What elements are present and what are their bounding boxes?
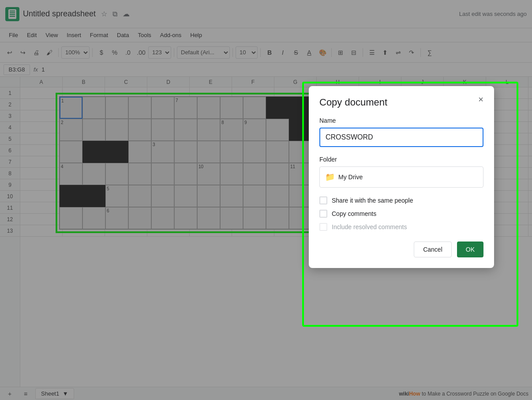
sheets-container: Untitled spreadsheet ☆ ⧉ ☁ Last edit was…	[0, 0, 532, 400]
folder-selector[interactable]: 📁 My Drive	[319, 166, 483, 188]
include-resolved-checkbox[interactable]	[319, 223, 327, 231]
folder-name-text: My Drive	[338, 174, 363, 181]
include-resolved-checkbox-row: Include resolved comments	[319, 223, 483, 231]
dialog-title: Copy document	[319, 97, 483, 108]
folder-label: Folder	[319, 156, 483, 163]
cancel-button[interactable]: Cancel	[414, 242, 452, 257]
dialog-buttons: Cancel OK	[319, 242, 483, 257]
copy-comments-checkbox-row: Copy comments	[319, 210, 483, 218]
copy-document-dialog: Copy document × Name Folder 📁 My Drive S…	[309, 86, 494, 268]
share-checkbox-row: Share it with the same people	[319, 196, 483, 204]
document-name-input[interactable]	[319, 128, 483, 147]
include-resolved-label: Include resolved comments	[332, 223, 407, 230]
copy-comments-label: Copy comments	[332, 210, 376, 217]
copy-comments-checkbox[interactable]	[319, 210, 327, 218]
dialog-close-button[interactable]: ×	[475, 93, 487, 106]
share-checkbox[interactable]	[319, 196, 327, 204]
share-checkbox-label: Share it with the same people	[332, 197, 413, 204]
folder-icon: 📁	[325, 172, 335, 182]
ok-button[interactable]: OK	[457, 242, 483, 257]
name-label: Name	[319, 117, 483, 124]
